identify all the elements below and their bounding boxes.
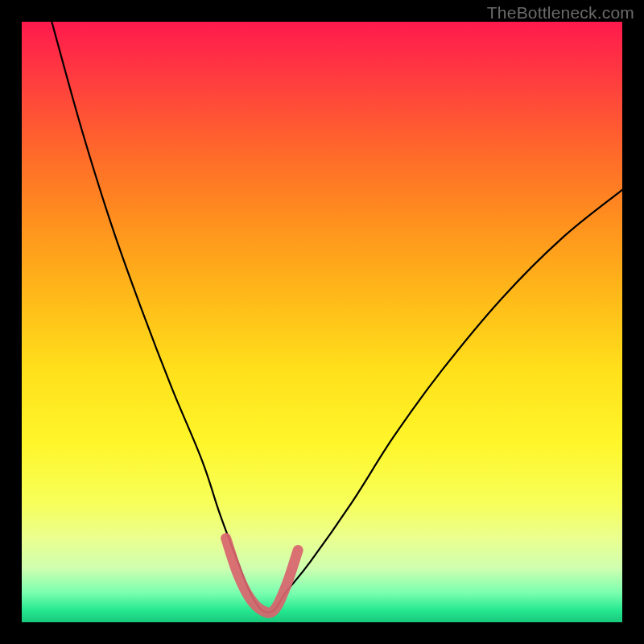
watermark-text: TheBottleneck.com [487, 3, 634, 23]
curve-layer [22, 22, 622, 622]
highlight-band [226, 539, 299, 613]
plot-area [22, 22, 622, 622]
chart-frame: TheBottleneck.com [0, 0, 644, 644]
bottleneck-curve [52, 22, 622, 613]
